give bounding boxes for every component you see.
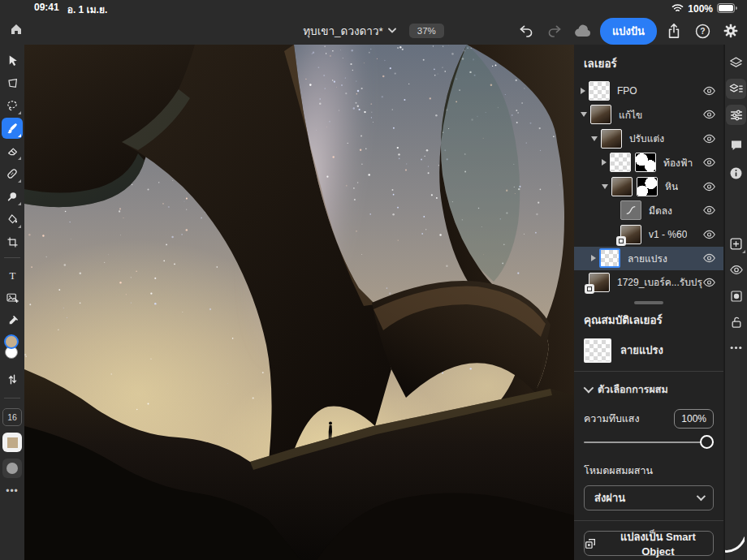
- place-image-tool[interactable]: [2, 287, 23, 308]
- disclosure-triangle[interactable]: [581, 88, 585, 94]
- canyon-night-photo: [24, 45, 574, 560]
- layer-mask-thumbnail[interactable]: [635, 153, 656, 172]
- layer-visibility-eye-icon[interactable]: [702, 182, 716, 192]
- undo-button[interactable]: [515, 19, 538, 42]
- layer-name: มืดลง: [649, 203, 672, 218]
- transform-tool[interactable]: [2, 72, 23, 93]
- chevron-down-icon: [584, 383, 594, 394]
- disclosure-triangle[interactable]: [591, 255, 596, 261]
- opacity-label: ความทึบแสง: [584, 411, 640, 427]
- redo-button[interactable]: [543, 19, 566, 42]
- type-tool[interactable]: T: [2, 265, 23, 286]
- smart-object-badge: [585, 284, 594, 294]
- layer-thumbnail[interactable]: [601, 129, 622, 149]
- battery-percent: 100%: [688, 3, 713, 15]
- compact-layers-icon[interactable]: [726, 79, 746, 99]
- layer-visibility-eye-icon[interactable]: [702, 205, 716, 215]
- brush-tool[interactable]: [2, 118, 23, 139]
- layer-thumbnail[interactable]: [589, 81, 610, 101]
- top-bar: 09:41 อ. 1 เม.ย. 100% ทุบเขา_ดวงดาว* 37%: [0, 0, 747, 45]
- crop-tool[interactable]: [2, 231, 23, 252]
- disclosure-triangle[interactable]: [602, 184, 608, 189]
- foreground-color-swatch[interactable]: [4, 334, 19, 349]
- status-bar: 09:41 อ. 1 เม.ย. 100%: [0, 0, 747, 18]
- settings-gear-icon[interactable]: [719, 19, 742, 42]
- home-button[interactable]: [5, 18, 28, 41]
- layer-row[interactable]: ท้องฟ้า: [574, 151, 723, 175]
- wifi-icon: [671, 3, 684, 15]
- chevron-down-icon: [697, 492, 706, 501]
- layer-thumbnail[interactable]: [611, 177, 633, 196]
- layer-row[interactable]: แก้ไข: [574, 103, 723, 127]
- opacity-slider[interactable]: [584, 432, 714, 453]
- app-toolbar: ทุบเขา_ดวงดาว* 37% แบ่งปัน ?: [0, 16, 747, 45]
- layer-thumbnail[interactable]: [589, 273, 610, 292]
- disclosure-triangle[interactable]: [581, 112, 587, 117]
- brush-color-chip[interactable]: [2, 433, 22, 452]
- layer-visibility-eye-icon[interactable]: [702, 110, 716, 119]
- blend-mode-dropdown[interactable]: ส่งผ่าน: [584, 485, 714, 510]
- layer-row[interactable]: ลายแปรง: [574, 247, 723, 271]
- layer-thumbnail[interactable]: [590, 105, 611, 124]
- panel-drag-handle[interactable]: [634, 301, 663, 304]
- blend-options-section[interactable]: ตัวเลือกการผสม: [574, 372, 723, 406]
- layer-visibility-eye-icon[interactable]: [702, 157, 716, 167]
- layer-row[interactable]: FPO: [574, 79, 723, 103]
- convert-smart-object-button[interactable]: แปลงเป็น Smart Object: [584, 531, 714, 556]
- layer-row[interactable]: มืดลง: [574, 199, 723, 223]
- disclosure-triangle[interactable]: [602, 159, 607, 166]
- help-button[interactable]: ?: [691, 19, 714, 42]
- layer-visibility-eye-icon[interactable]: [702, 230, 716, 239]
- color-well[interactable]: [2, 334, 23, 364]
- layer-name: แก้ไข: [619, 107, 642, 123]
- layer-name: หิน: [665, 179, 678, 194]
- info-icon[interactable]: [726, 163, 746, 183]
- share-button[interactable]: แบ่งปัน: [600, 18, 657, 45]
- layer-visibility-eye-icon[interactable]: [702, 278, 716, 287]
- eyedropper-tool[interactable]: [2, 310, 23, 331]
- opacity-slider-knob[interactable]: [700, 435, 714, 449]
- layer-row[interactable]: ปรับแต่ง: [574, 127, 723, 151]
- disclosure-triangle[interactable]: [591, 136, 598, 141]
- layer-thumbnail[interactable]: [620, 225, 641, 244]
- layer-visibility-eye-icon[interactable]: [702, 134, 716, 144]
- status-date: อ. 1 เม.ย.: [67, 2, 108, 17]
- chevron-down-icon: [388, 28, 396, 33]
- more-options-button[interactable]: [726, 338, 746, 358]
- magnify-tool[interactable]: [2, 186, 23, 207]
- lock-layer-icon[interactable]: [726, 312, 746, 332]
- more-tools-button[interactable]: •••: [6, 485, 19, 497]
- export-icon[interactable]: [663, 19, 685, 42]
- layers-stack-icon[interactable]: [726, 53, 746, 73]
- comments-icon[interactable]: [726, 135, 746, 155]
- document-title[interactable]: ทุบเขา_ดวงดาว*: [303, 22, 396, 40]
- layer-row[interactable]: หิน: [574, 174, 723, 199]
- layer-visibility-eye-icon[interactable]: [702, 86, 716, 96]
- layer-row[interactable]: v1 - %60: [574, 222, 723, 247]
- layer-mask-thumbnail[interactable]: [637, 177, 658, 196]
- fill-tool[interactable]: [2, 209, 23, 230]
- document-canvas[interactable]: [24, 45, 574, 560]
- swap-colors-icon[interactable]: [2, 368, 23, 390]
- eraser-tool[interactable]: [2, 140, 23, 162]
- healing-tool[interactable]: [2, 163, 23, 184]
- brush-softness-chip[interactable]: [2, 459, 22, 478]
- layer-mask-icon[interactable]: [726, 286, 746, 306]
- move-tool[interactable]: [2, 50, 23, 71]
- layer-thumbnail[interactable]: [599, 248, 620, 268]
- zoom-level-badge[interactable]: 37%: [409, 24, 444, 38]
- layer-visibility-eye-icon[interactable]: [726, 260, 746, 280]
- cloud-sync-icon[interactable]: [572, 19, 594, 42]
- opacity-slider-track[interactable]: [584, 442, 714, 443]
- layer-row[interactable]: 1729_เบอร์ค...รับปรุง-NR33: [574, 270, 723, 295]
- add-layer-button[interactable]: [726, 234, 746, 254]
- brush-size-value[interactable]: 16: [2, 408, 22, 426]
- layer-visibility-eye-icon[interactable]: [702, 253, 716, 263]
- adjustments-sliders-icon[interactable]: [726, 105, 746, 125]
- opacity-value-field[interactable]: 100%: [674, 409, 714, 429]
- layer-properties-title: คุณสมบัติเลเยอร์: [574, 306, 723, 335]
- selected-layer-name: ลายแปรง: [620, 342, 663, 359]
- layer-thumbnail[interactable]: [610, 153, 631, 172]
- layer-thumbnail[interactable]: [620, 200, 641, 220]
- lasso-select-tool[interactable]: [2, 95, 23, 116]
